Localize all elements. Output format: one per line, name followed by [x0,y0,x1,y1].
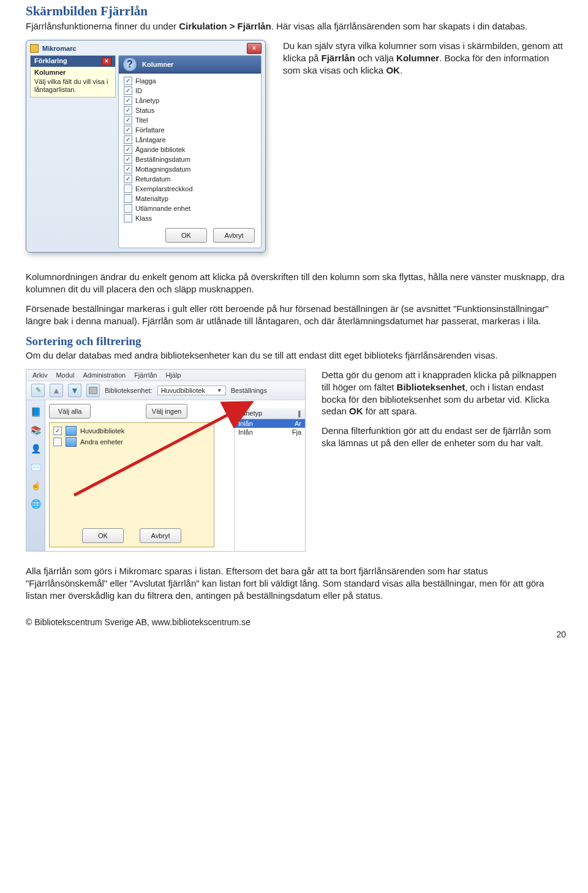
menu-item[interactable]: Arkiv [32,371,47,379]
checkbox-icon[interactable]: ✓ [124,145,132,154]
panel-ok-button[interactable]: OK [82,528,124,543]
checkbox-label: Titel [135,116,148,124]
subsection-title: Sortering och filtrering [26,335,566,348]
checkbox-label: Författare [135,126,165,134]
checkbox-label: Materialtyp [135,195,168,202]
app-icon [30,44,39,53]
hand-icon[interactable]: ☝️ [29,479,42,492]
column-header[interactable]: Lånetyp [238,409,262,417]
checkbox-label: Låntagare [135,136,166,143]
globe-icon[interactable]: 🌐 [29,497,42,511]
checkbox-label: Utlämnande enhet [135,205,190,212]
checkbox-row[interactable]: ✓Status [124,105,256,115]
chevron-down-icon: ▼ [217,387,222,393]
paragraph-column-order: Kolumnordningen ändrar du enkelt genom a… [26,271,566,295]
left-sidebar: 📘 📚 👤 ✉️ ☝️ 🌐 [26,400,45,551]
checkbox-icon[interactable]: ✓ [124,77,132,85]
checkbox-icon[interactable]: ✓ [124,86,132,95]
checkbox-icon[interactable]: ✓ [53,427,62,435]
checkbox-label: Lånetyp [135,97,159,104]
toolbar-label: Biblioteksenhet: [105,387,153,394]
checkbox-row[interactable]: ✓Lånetyp [124,96,256,105]
up-icon[interactable]: ▲ [50,384,63,397]
shot2-right-p2: Denna filterfunktion gör att du endast s… [322,425,566,449]
checkbox-icon[interactable] [53,438,62,446]
checkbox-row[interactable]: ✓ID [124,86,256,96]
checkbox-icon[interactable]: ✓ [124,126,132,134]
checkbox-icon[interactable] [124,214,132,222]
menu-item[interactable]: Fjärrlån [134,371,157,379]
checkbox-icon[interactable] [124,184,132,193]
intro-paragraph: Fjärrlånsfunktionerna finner du under Ci… [26,20,566,32]
checkbox-row[interactable]: ✓Författare [124,125,256,135]
checkbox-row[interactable]: Klass [124,213,256,223]
books-icon[interactable]: 📚 [29,424,42,437]
tooltip-close-icon[interactable]: × [102,57,111,66]
filter-screenshot: ArkivModulAdministrationFjärrlånHjälp ✎ … [26,369,306,552]
menu-item[interactable]: Hjälp [165,371,181,379]
checkbox-label: Mottagningsdatum [135,165,191,173]
toolbar-next: Beställnings [231,387,267,394]
select-none-button[interactable]: Välj ingen [146,404,187,419]
sort-icon: ‖ [298,409,301,417]
checkbox-row[interactable]: ✓Mottagningsdatum [124,164,256,174]
mail-icon[interactable]: ✉️ [29,460,42,474]
ok-button[interactable]: OK [165,228,207,243]
checkbox-row[interactable]: ✓Beställningsdatum [124,154,256,164]
unit-row[interactable]: ✓Huvudbibliotek [52,425,211,436]
kolumner-window: Mikromarc × Förklaring × Kolumner Välj v… [26,40,266,253]
edit-icon[interactable]: ✎ [31,384,45,397]
paragraph-colours: Försenade beställningar markeras i gult … [26,303,566,327]
checkbox-label: Exemplarstreckkod [135,185,193,192]
menu-item[interactable]: Administration [83,371,126,379]
shot2-right-p1: Detta gör du genom att i knappraden klic… [322,369,566,418]
right-column-grid: Lånetyp ‖ InlånArInlånFja [234,408,305,551]
user-icon[interactable]: 👤 [29,442,42,455]
close-icon[interactable]: × [247,43,262,54]
table-row[interactable]: InlånAr [235,419,305,428]
unit-dropdown[interactable]: Huvudbibliotek ▼ [157,386,226,395]
checkbox-label: Status [135,107,154,114]
book-icon[interactable]: 📘 [29,405,42,419]
unit-label: Huvudbibliotek [80,427,124,435]
page-number: 20 [26,629,566,639]
select-all-button[interactable]: Välj alla [49,404,91,419]
help-icon[interactable]: ? [123,57,137,72]
checkbox-icon[interactable]: ✓ [124,106,132,115]
unit-dropdown-value: Huvudbibliotek [161,387,205,394]
checkbox-icon[interactable]: ✓ [124,175,132,183]
checkbox-label: ID [135,87,142,94]
tooltip-title: Förklaring [34,57,67,66]
library-icon [66,437,77,447]
checkbox-icon[interactable] [124,194,132,203]
sort-intro: Om du delar databas med andra biblioteks… [26,349,566,362]
table-row[interactable]: InlånFja [235,428,305,436]
checkbox-row[interactable]: ✓Låntagare [124,135,256,145]
checkbox-row[interactable]: Utlämnande enhet [124,203,256,213]
down-icon[interactable]: ▼ [68,384,81,397]
menu-item[interactable]: Modul [56,371,74,379]
checkbox-label: Beställningsdatum [135,156,190,163]
checkbox-icon[interactable]: ✓ [124,135,132,144]
checkbox-row[interactable]: ✓Returdatum [124,174,256,184]
checkbox-row[interactable]: ✓Ägande bibliotek [124,145,256,154]
checkbox-row[interactable]: Exemplarstreckkod [124,184,256,194]
checkbox-icon[interactable]: ✓ [124,116,132,124]
checkbox-icon[interactable]: ✓ [124,155,132,164]
checkbox-icon[interactable]: ✓ [124,96,132,105]
checkbox-icon[interactable]: ✓ [124,165,132,173]
column-checklist: ✓Flagga✓ID✓Lånetyp✓Status✓Titel✓Författa… [119,74,261,224]
checkbox-row[interactable]: ✓Titel [124,115,256,125]
checkbox-row[interactable]: Materialtyp [124,194,256,203]
tooltip-subtitle: Kolumner [34,69,111,77]
tooltip: Förklaring × Kolumner Välj vilka fält du… [30,55,116,97]
checkbox-icon[interactable] [124,204,132,213]
print-icon[interactable] [86,384,100,397]
panel-cancel-button[interactable]: Avbryt [140,528,181,543]
unit-row[interactable]: Andra enheter [52,436,211,447]
checkbox-row[interactable]: ✓Flagga [124,76,256,86]
cancel-button[interactable]: Avbryt [213,228,255,243]
shot1-right-text: Du kan själv styra vilka kolumner som vi… [283,40,566,77]
checkbox-label: Ägande bibliotek [135,146,185,153]
checkbox-label: Klass [135,215,152,222]
